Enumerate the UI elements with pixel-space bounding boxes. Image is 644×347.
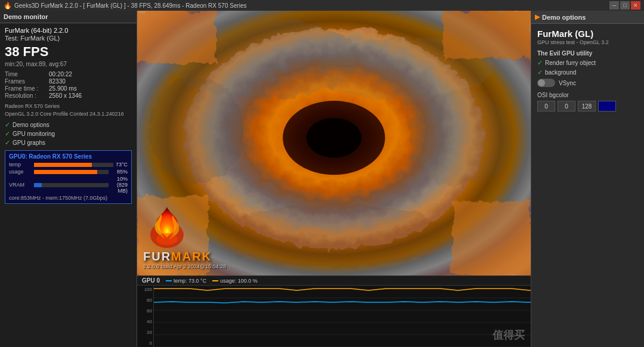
graph-svg-container — [154, 286, 531, 347]
y-label-20: 20 — [137, 330, 152, 335]
stat-time: Time 00:20:22 — [5, 71, 132, 78]
y-label-40: 40 — [137, 319, 152, 324]
left-panel: Demo monitor FurMark (64-bit) 2.2.0 Test… — [0, 11, 137, 347]
stat-frametime: Frame time : 25.900 ms — [5, 85, 132, 92]
gpu-usage-row: usage 85% — [9, 169, 128, 175]
graph-header: GPU 0 temp: 73.0 °C usage: 100.0 % — [137, 276, 531, 286]
pupil-center — [306, 118, 361, 158]
usage-progress-bg — [34, 170, 109, 174]
stat-resolution: Resolution : 2560 x 1346 — [5, 92, 132, 99]
bg-patch-2 — [444, 11, 531, 58]
toggle-knob — [538, 79, 545, 86]
legend-temp: temp: 73.0 °C — [166, 278, 206, 284]
graph-y-axis: 100 80 60 40 20 0 — [137, 286, 154, 347]
bg-patch-1 — [137, 11, 216, 64]
center-area: FURMARK 2.2.0.0 build Apr 2 2024@15:04:2… — [137, 11, 531, 347]
bg-patch-4 — [452, 202, 531, 275]
check-icon: ✓ — [5, 121, 10, 129]
svg-point-3 — [408, 90, 511, 185]
options-section-title: The Evil GPU utility — [537, 50, 638, 57]
vram-progress-fill — [34, 183, 42, 187]
check-icon: ✓ — [5, 130, 10, 138]
legend-usage: usage: 100.0 % — [212, 278, 258, 284]
fps-range: min:20, max:89, avg:67 — [5, 61, 132, 67]
vram-progress-bg — [34, 183, 109, 187]
panel-header-icon: ▶ — [535, 13, 540, 21]
app-name-label: FurMark (64-bit) 2.2.0 — [5, 27, 132, 34]
graph-gpu-label: GPU 0 — [142, 277, 160, 284]
demo-options-header: ▶ Demo options — [531, 11, 644, 24]
main-layout: Demo monitor FurMark (64-bit) 2.2.0 Test… — [0, 11, 644, 347]
titlebar: 🔥 Geeks3D FurMark 2.2.0 - [ FurMark (GL)… — [0, 0, 644, 11]
osi-color-preview — [598, 101, 616, 111]
render-furry-check[interactable]: ✓ Render furry object — [537, 59, 638, 67]
fur-svg-overlay — [137, 11, 531, 275]
osi-b-input[interactable] — [578, 101, 596, 111]
gpu-graph-panel: GPU 0 temp: 73.0 °C usage: 100.0 % 100 8… — [137, 275, 531, 347]
gpu-info-box: GPU0: Radeon RX 570 Series temp 73°C usa… — [5, 150, 132, 204]
monitor-content: FurMark (64-bit) 2.2.0 Test: FurMark (GL… — [0, 23, 137, 347]
background-check[interactable]: ✓ background — [537, 69, 638, 76]
osi-label: OSI bgcolor — [537, 92, 638, 98]
window-controls: ─ □ ✕ — [609, 1, 640, 10]
check-icon: ✓ — [537, 69, 543, 76]
osi-inputs — [537, 101, 638, 111]
svg-point-2 — [149, 77, 243, 183]
fps-display: 38 FPS — [5, 44, 132, 60]
close-button[interactable]: ✕ — [631, 1, 640, 10]
gpu-graphs-menu-item[interactable]: ✓ GPU graphs — [5, 139, 132, 147]
gpu-temp-row: temp 73°C — [9, 162, 128, 168]
test-label: Test: FurMark (GL) — [5, 35, 132, 42]
panel-header-label: Demo options — [542, 14, 586, 21]
graph-area: 100 80 60 40 20 0 — [137, 286, 531, 347]
check-icon: ✓ — [537, 59, 543, 67]
vsync-row: VSync — [537, 79, 638, 87]
usage-graph-line — [154, 289, 531, 303]
maximize-button[interactable]: □ — [620, 1, 630, 10]
graph-svg — [154, 286, 531, 347]
osi-section: OSI bgcolor — [537, 92, 638, 111]
benchmark-viewport: FURMARK 2.2.0.0 build Apr 2 2024@15:04:2… — [137, 11, 531, 275]
hw-info: Radeon RX 570 Series OpenGL 3.2.0 Core P… — [5, 103, 132, 117]
vsync-toggle[interactable] — [537, 79, 555, 87]
osi-r-input[interactable] — [537, 101, 555, 111]
temp-progress-fill — [34, 163, 92, 167]
bg-patch-3 — [137, 196, 208, 275]
app-icon: 🔥 — [4, 2, 12, 10]
check-icon: ✓ — [5, 139, 10, 147]
graph-legend: temp: 73.0 °C usage: 100.0 % — [166, 278, 258, 284]
gpu-core-info: core:853MHz - mem:1750MHz (7.0Gbps) — [9, 195, 128, 201]
gpu-monitoring-menu-item[interactable]: ✓ GPU monitoring — [5, 130, 132, 138]
demo-options-menu-item[interactable]: ✓ Demo options — [5, 121, 132, 129]
temp-progress-bg — [34, 163, 113, 167]
usage-progress-fill — [34, 170, 97, 174]
usage-legend-color — [212, 280, 218, 281]
osi-g-input[interactable] — [558, 101, 575, 111]
right-panel: ▶ Demo options FurMark (GL) GPU stress t… — [531, 11, 644, 347]
temp-legend-color — [166, 280, 172, 281]
y-label-80: 80 — [137, 298, 152, 303]
options-subtitle: GPU stress test - OpenGL 3.2 — [537, 39, 638, 45]
y-label-60: 60 — [137, 308, 152, 314]
gpu-title: GPU0: Radeon RX 570 Series — [9, 153, 128, 160]
options-app-name: FurMark (GL) — [537, 29, 638, 39]
demo-monitor-header: Demo monitor — [0, 11, 137, 23]
y-label-100: 100 — [137, 287, 152, 292]
temp-graph-line — [154, 301, 531, 303]
options-content: FurMark (GL) GPU stress test - OpenGL 3.… — [531, 24, 644, 116]
minimize-button[interactable]: ─ — [609, 1, 619, 10]
fur-render-canvas — [137, 11, 531, 275]
monitor-stats: Time 00:20:22 Frames 82330 Frame time : … — [5, 71, 132, 99]
vsync-label: VSync — [559, 80, 576, 86]
y-label-0: 0 — [137, 340, 152, 346]
vram-row: VRAM 10% (829 MB) — [9, 176, 128, 194]
stat-frames: Frames 82330 — [5, 78, 132, 85]
window-title: Geeks3D FurMark 2.2.0 - [ FurMark (GL) ]… — [14, 2, 609, 9]
svg-point-4 — [216, 204, 452, 268]
